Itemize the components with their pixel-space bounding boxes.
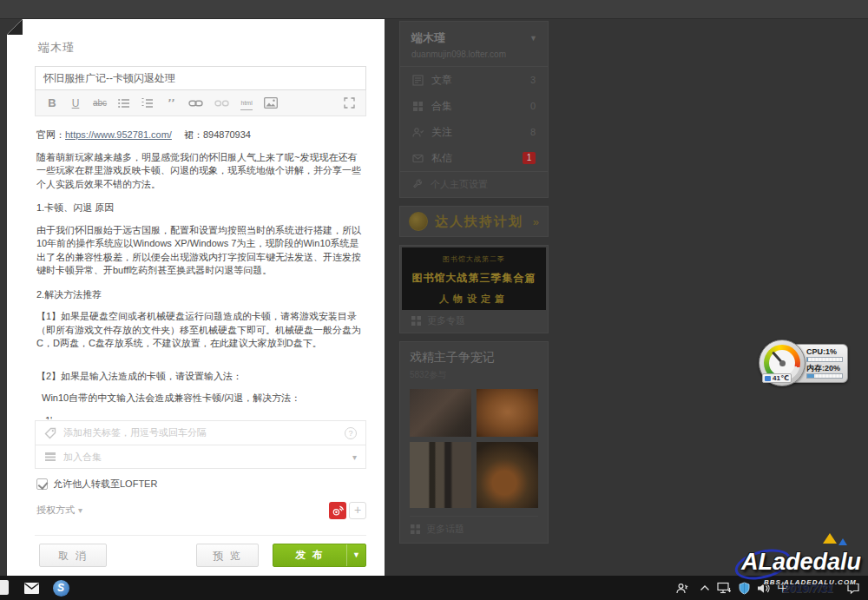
mem-bar-fill	[807, 374, 814, 378]
sidebar-username: 端木瑾	[411, 30, 536, 46]
site-label: 官网：	[36, 129, 65, 140]
image-icon[interactable]	[264, 96, 278, 110]
campaign-banner[interactable]: 图书馆大战第二季 图书馆大战第三季集合篇 人物设定篇	[402, 247, 546, 310]
post-body-editor[interactable]: 官网：https://www.952781.com/裙：894870934 随着…	[35, 120, 366, 419]
chevron-down-icon[interactable]: ▼	[529, 34, 537, 43]
people-icon[interactable]	[672, 576, 693, 600]
blog-domain: duanmujin098.lofter.com	[411, 49, 536, 59]
more-specials-label: 更多专题	[427, 314, 465, 327]
paragraph: 【1】如果是硬盘空间或者机械硬盘运行问题造成的卡顿，请将游戏安装目录（即所有游戏…	[36, 310, 365, 351]
sidebar-item-messages[interactable]: 私信 1	[400, 145, 548, 171]
html-icon[interactable]: html	[240, 96, 253, 110]
chevron-up-icon[interactable]	[696, 576, 713, 600]
footer-divider	[35, 535, 366, 536]
follow-icon	[412, 127, 424, 138]
sidebar-item-label: 关注	[431, 125, 452, 140]
medal-icon	[409, 212, 428, 231]
volume-icon[interactable]	[753, 576, 773, 600]
paragraph: 【2】如果是输入法造成的卡顿，请设置输入法：	[36, 370, 365, 384]
link-icon[interactable]	[188, 96, 203, 110]
cpu-usage-label: CPU:1%	[806, 347, 844, 356]
grid-icon	[411, 316, 421, 326]
topic-photo-2[interactable]	[477, 389, 538, 437]
security-shield-icon[interactable]	[734, 576, 753, 600]
allow-repost-checkbox[interactable]	[36, 478, 48, 490]
sidebar-item-following[interactable]: 关注 8	[400, 119, 548, 145]
following-count: 8	[530, 127, 536, 137]
action-center-icon[interactable]	[842, 576, 865, 600]
more-specials-link[interactable]: 更多专题	[402, 310, 546, 331]
double-arrow-icon: »	[533, 215, 539, 228]
topic-photo-grid	[410, 389, 538, 508]
chevron-down-icon[interactable]: ▾	[352, 452, 357, 462]
sidebar-item-homepage-settings[interactable]: 个人主页设置	[400, 171, 548, 197]
topic-card: 戏精主子争宠记 5832参与 更多话题	[399, 341, 549, 544]
quote-icon[interactable]: ”	[165, 99, 177, 108]
sidebar-item-collections[interactable]: 合集 0	[400, 93, 548, 119]
cpu-usage-bar	[806, 357, 843, 362]
allow-repost-row: 允许他人转载至LOFTER	[36, 478, 157, 491]
gauge-cap	[779, 360, 786, 366]
banner-title: 图书馆大战第三季集合篇	[402, 271, 546, 286]
watermark-logo-triangle-blue	[838, 538, 847, 545]
collection-count: 0	[530, 101, 536, 111]
post-title-input[interactable]: 怀旧服推广记--卡顿闪退处理	[35, 66, 366, 90]
bold-icon[interactable]: B	[46, 96, 58, 110]
memory-usage-bar	[806, 373, 843, 379]
talent-support-banner[interactable]: 达人扶持计划 »	[399, 206, 549, 237]
topic-photo-3[interactable]	[410, 442, 471, 508]
banner-ribbon-text: 图书馆大战第二季	[402, 254, 546, 264]
campaign-card: 图书馆大战第二季 图书馆大战第三季集合篇 人物设定篇 更多专题	[399, 245, 549, 333]
grid-icon	[411, 524, 420, 534]
topic-photo-1[interactable]	[410, 389, 471, 437]
help-icon[interactable]: ?	[345, 427, 357, 439]
tag-input-placeholder: 添加相关标签，用逗号或回车分隔	[63, 426, 338, 439]
chevron-down-icon: ▾	[78, 505, 82, 515]
post-editor-panel: 端木瑾 怀旧服推广记--卡顿闪退处理 B U abc ” html 官网：htt…	[7, 19, 385, 576]
preview-button[interactable]: 预 览	[196, 544, 259, 567]
topic-photo-4[interactable]	[477, 442, 538, 508]
unordered-list-icon[interactable]	[118, 96, 130, 110]
underline-icon[interactable]: U	[69, 96, 82, 110]
temperature-gauge: 41℃	[759, 340, 806, 386]
memory-usage-label: 内存:20%	[806, 364, 844, 373]
topic-title[interactable]: 戏精主子争宠记	[410, 350, 538, 366]
cancel-button[interactable]: 取 消	[39, 544, 107, 567]
section-heading: 2.解决方法推荐	[36, 288, 365, 302]
publish-options-caret-icon[interactable]: ▼	[346, 544, 365, 566]
article-icon	[412, 75, 424, 86]
user-summary[interactable]: 端木瑾 ▼ duanmujin098.lofter.com	[400, 22, 548, 66]
collection-select-row[interactable]: 加入合集 ▾	[36, 445, 365, 468]
message-icon	[412, 153, 424, 164]
paragraph: Win10自带的中文输入法会造成兼容性卡顿/闪退，解决方法：	[42, 392, 365, 405]
more-topics-link[interactable]: 更多话题	[410, 516, 538, 536]
license-dropdown[interactable]: 授权方式 ▾	[36, 504, 82, 517]
mail-icon[interactable]	[21, 576, 42, 600]
strikethrough-icon[interactable]: abc	[93, 96, 107, 110]
paragraph: 1'	[45, 414, 365, 420]
user-card: 端木瑾 ▼ duanmujin098.lofter.com 文章 3 合集 0 …	[399, 21, 549, 198]
windows-taskbar: S 中	[0, 576, 868, 600]
allow-repost-label: 允许他人转载至LOFTER	[53, 478, 157, 491]
tag-input-row[interactable]: 添加相关标签，用逗号或回车分隔 ?	[36, 421, 365, 445]
editor-username: 端木瑾	[38, 40, 75, 56]
sogou-browser-icon[interactable]: S	[50, 576, 71, 600]
publish-button[interactable]: 发 布 ▼	[273, 544, 366, 567]
network-icon[interactable]	[713, 576, 734, 600]
official-site-link[interactable]: https://www.952781.com/	[65, 129, 172, 140]
fullscreen-icon[interactable]	[343, 96, 355, 110]
sidebar-item-articles[interactable]: 文章 3	[400, 67, 548, 93]
paragraph: 由于我们怀旧服始于远古国服，配置和设置均按照当时的系统进行搭建，所以10年前的操…	[36, 224, 365, 278]
taskbar-app-partial-icon[interactable]	[0, 580, 9, 595]
paragraph: 随着萌新玩家越来越多，明显感觉我们的怀旧服人气上来了呢~发现现在还有一些玩家在群…	[36, 151, 365, 192]
license-row: 授权方式 ▾ +	[36, 504, 366, 523]
publish-label[interactable]: 发 布	[273, 544, 346, 566]
ordered-list-icon[interactable]	[141, 96, 154, 110]
cpu-meter-gadget[interactable]: CPU:1% 内存:20% 41℃	[760, 342, 848, 385]
more-topics-label: 更多话题	[426, 523, 464, 536]
unlink-icon[interactable]	[214, 96, 229, 110]
ime-indicator[interactable]: 中	[774, 576, 792, 600]
add-share-button[interactable]: +	[349, 502, 366, 519]
profile-sidebar: 端木瑾 ▼ duanmujin098.lofter.com 文章 3 合集 0 …	[399, 21, 549, 551]
weibo-share-icon[interactable]	[329, 502, 346, 519]
